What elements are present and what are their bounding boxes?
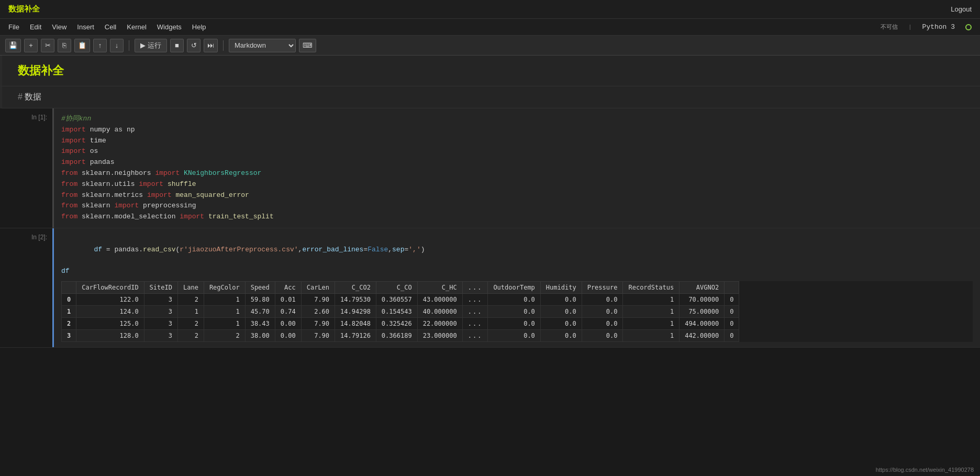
menu-widgets[interactable]: Widgets bbox=[157, 23, 182, 31]
col-cco2: C_CO2 bbox=[335, 282, 376, 294]
col-carlen: CarLen bbox=[301, 282, 335, 294]
menu-view[interactable]: View bbox=[52, 23, 66, 31]
code-line-3: import os bbox=[61, 146, 973, 157]
col-cco: C_CO bbox=[376, 282, 417, 294]
col-chc: C_HC bbox=[417, 282, 462, 294]
subheading-cell[interactable]: # 数据 bbox=[0, 86, 980, 108]
copy-button[interactable]: ⎘ bbox=[58, 39, 71, 52]
app-title: 数据补全 bbox=[8, 4, 40, 14]
table-header-row: CarFlowRecordID SiteID Lane RegColor Spe… bbox=[62, 282, 739, 294]
col-siteid: SiteID bbox=[144, 282, 177, 294]
menu-kernel[interactable]: Kernel bbox=[127, 23, 147, 31]
menu-bar: File Edit View Insert Cell Kernel Widget… bbox=[0, 19, 980, 36]
col-humidity: Humidity bbox=[540, 282, 582, 294]
trusted-label: 不可信 bbox=[881, 23, 898, 31]
notebook-body: 数据补全 # 数据 In [1]: #协同knn import numpy as… bbox=[0, 56, 980, 348]
code-line-1: import numpy as np bbox=[61, 125, 973, 136]
code-line-5: from sklearn.neighbors import KNeighbors… bbox=[61, 168, 973, 179]
run-button[interactable]: ▶ 运行 bbox=[135, 39, 167, 52]
kernel-name: Python 3 bbox=[922, 23, 955, 31]
table-row: 0122.032159.800.017.9014.795300.36055743… bbox=[62, 294, 739, 306]
dataframe-table: CarFlowRecordID SiteID Lane RegColor Spe… bbox=[61, 281, 739, 342]
col-extra bbox=[725, 282, 739, 294]
table-row: 3128.032238.000.007.9014.791260.36618923… bbox=[62, 330, 739, 342]
run-icon: ▶ bbox=[140, 41, 146, 49]
cell-type-select[interactable]: Markdown Code Raw NBConvert Heading bbox=[229, 39, 296, 52]
save-button[interactable]: 💾 bbox=[5, 39, 21, 52]
logout-button[interactable]: Logout bbox=[951, 5, 972, 13]
hash-symbol: # bbox=[18, 92, 23, 101]
dataframe-output: CarFlowRecordID SiteID Lane RegColor Spe… bbox=[61, 281, 973, 342]
toolbar-separator-2 bbox=[223, 40, 224, 51]
table-row: 2125.032138.430.007.9014.820480.32542622… bbox=[62, 318, 739, 330]
toolbar: 💾 + ✂ ⎘ 📋 ↑ ↓ ▶ 运行 ■ ↺ ⏭ Markdown Code R… bbox=[0, 36, 980, 56]
col-lane: Lane bbox=[177, 282, 204, 294]
code-line-9: from sklearn.model_selection import trai… bbox=[61, 212, 973, 223]
col-ellipsis: ... bbox=[462, 282, 488, 294]
code-line-4: import pandas bbox=[61, 157, 973, 168]
stop-button[interactable]: ■ bbox=[170, 39, 184, 52]
subheading-text: # 数据 bbox=[18, 92, 41, 101]
move-up-button[interactable]: ↑ bbox=[93, 39, 107, 52]
heading-cell[interactable]: 数据补全 bbox=[0, 56, 980, 86]
cell-content-1[interactable]: #协同knn import numpy as np import time im… bbox=[52, 108, 980, 228]
skip-button[interactable]: ⏭ bbox=[204, 39, 218, 52]
paste-button[interactable]: 📋 bbox=[74, 39, 90, 52]
run-label: 运行 bbox=[148, 41, 161, 50]
code-line-comment: #协同knn bbox=[61, 114, 973, 125]
add-cell-button[interactable]: + bbox=[24, 39, 38, 52]
cell-prompt-1: In [1]: bbox=[0, 108, 52, 228]
heading-text: 数据补全 bbox=[18, 64, 64, 77]
code-line-read-csv: df = pandas.read_csv(r'jiaozuoAfterPrepr… bbox=[61, 234, 973, 266]
code-cell-2: In [2]: df = pandas.read_csv(r'jiaozuoAf… bbox=[0, 228, 980, 348]
keyboard-button[interactable]: ⌨ bbox=[299, 39, 316, 52]
menu-help[interactable]: Help bbox=[192, 23, 206, 31]
cut-button[interactable]: ✂ bbox=[41, 39, 54, 52]
code-line-6: from sklearn.utils import shuffle bbox=[61, 179, 973, 190]
toolbar-separator-1 bbox=[129, 40, 129, 51]
col-outdoortemp: OutdoorTemp bbox=[488, 282, 540, 294]
top-bar: 数据补全 Logout bbox=[0, 0, 980, 19]
menu-file[interactable]: File bbox=[8, 23, 19, 31]
table-row: 1124.031145.700.742.6014.942980.15454340… bbox=[62, 306, 739, 318]
col-avgno2: AVGNO2 bbox=[680, 282, 725, 294]
cell-prompt-2: In [2]: bbox=[0, 228, 52, 347]
menu-insert[interactable]: Insert bbox=[77, 23, 94, 31]
col-recordstatus: RecordStatus bbox=[623, 282, 680, 294]
code-line-2: import time bbox=[61, 136, 973, 147]
move-down-button[interactable]: ↓ bbox=[110, 39, 124, 52]
col-index bbox=[62, 282, 76, 294]
col-speed: Speed bbox=[245, 282, 275, 294]
code-line-df: df bbox=[61, 266, 973, 277]
code-line-7: from sklearn.metrics import mean_squared… bbox=[61, 190, 973, 201]
dataframe-body: 0122.032159.800.017.9014.795300.36055743… bbox=[62, 294, 739, 342]
footer-link: https://blog.csdn.net/weixin_41990278 bbox=[876, 467, 974, 473]
col-acc: Acc bbox=[275, 282, 301, 294]
code-cell-1: In [1]: #协同knn import numpy as np import… bbox=[0, 108, 980, 228]
cell-content-2[interactable]: df = pandas.read_csv(r'jiaozuoAfterPrepr… bbox=[52, 228, 980, 347]
menu-cell[interactable]: Cell bbox=[105, 23, 116, 31]
top-right: Logout bbox=[951, 5, 972, 13]
restart-button[interactable]: ↺ bbox=[187, 39, 201, 52]
col-regcolor: RegColor bbox=[204, 282, 245, 294]
col-carflowrecordid: CarFlowRecordID bbox=[76, 282, 144, 294]
kernel-status-dot bbox=[965, 24, 972, 30]
menu-edit[interactable]: Edit bbox=[30, 23, 41, 31]
code-line-8: from sklearn import preprocessing bbox=[61, 201, 973, 212]
col-pressure: Pressure bbox=[582, 282, 623, 294]
